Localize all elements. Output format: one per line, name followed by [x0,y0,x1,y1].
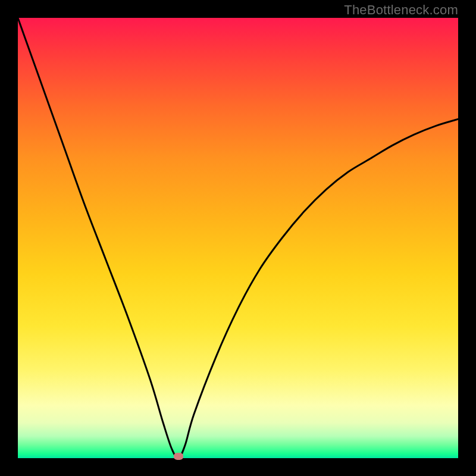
attribution-watermark: TheBottleneck.com [344,2,458,18]
optimal-point-marker [174,453,183,460]
chart-frame: TheBottleneck.com [0,0,476,476]
chart-gradient-area [18,18,458,458]
